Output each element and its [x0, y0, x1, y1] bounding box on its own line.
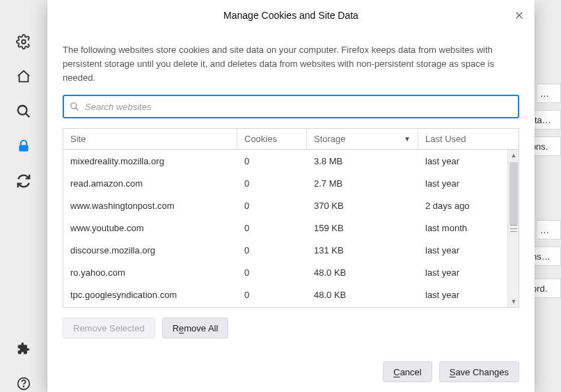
cell-last: last month	[418, 223, 507, 233]
sync-icon[interactable]	[15, 173, 32, 189]
cell-last: last year	[418, 156, 507, 166]
remove-actions: Remove Selected Remove All	[63, 317, 519, 338]
site-data-table: Site Cookies Storage ▼ Last Used mixedre…	[63, 128, 519, 308]
close-button[interactable]	[511, 7, 528, 24]
cell-storage: 131 KB	[307, 245, 418, 256]
remove-all-label: Remove All	[173, 323, 219, 334]
cell-storage: 2.7 MB	[307, 178, 418, 189]
cell-cookies: 0	[237, 290, 307, 300]
cell-cookies: 0	[237, 201, 307, 211]
scrollbar[interactable]: ▲ ▼	[507, 150, 519, 307]
cancel-button[interactable]: Cancel	[383, 361, 432, 382]
col-storage-label: Storage	[314, 134, 346, 144]
cell-cookies: 0	[237, 178, 307, 189]
svg-rect-3	[19, 145, 28, 151]
cancel-label: Cancel	[393, 367, 421, 377]
table-row[interactable]: ro.yahoo.com048.0 KBlast year	[63, 261, 507, 283]
dialog-header: Manage Cookies and Site Data	[47, 0, 535, 31]
sort-indicator-icon: ▼	[404, 135, 411, 143]
cell-storage: 48.0 KB	[307, 290, 418, 300]
help-icon[interactable]	[15, 375, 32, 392]
occluded-text: …	[537, 84, 561, 103]
cell-cookies: 0	[237, 245, 307, 256]
preferences-sidebar	[0, 0, 47, 392]
cell-storage: 370 KB	[307, 201, 418, 211]
table-body: mixedreality.mozilla.org03.8 MBlast year…	[63, 150, 507, 307]
col-cookies[interactable]: Cookies	[237, 129, 307, 149]
col-site-label: Site	[70, 134, 86, 144]
cell-cookies: 0	[237, 223, 307, 233]
search-field-wrapper	[63, 95, 519, 118]
save-label: Save Changes	[450, 367, 509, 377]
svg-point-0	[22, 40, 26, 44]
cell-last: 2 days ago	[418, 201, 507, 211]
table-row[interactable]: mixedreality.mozilla.org03.8 MBlast year	[63, 150, 507, 172]
cell-last: last year	[418, 290, 507, 300]
cell-storage: 48.0 KB	[307, 267, 418, 278]
home-icon[interactable]	[15, 68, 32, 85]
table-row[interactable]: www.youtube.com0159 KBlast month	[63, 217, 507, 239]
cell-site: www.washingtonpost.com	[63, 201, 237, 211]
search-input[interactable]	[63, 95, 519, 118]
occluded-text: ta…	[532, 110, 561, 130]
save-changes-button[interactable]: Save Changes	[439, 361, 519, 382]
cell-site: mixedreality.mozilla.org	[63, 156, 237, 166]
col-last-label: Last Used	[425, 134, 466, 144]
scroll-up-icon[interactable]: ▲	[508, 150, 519, 161]
table-row[interactable]: read.amazon.com02.7 MBlast year	[63, 172, 507, 194]
cell-site: discourse.mozilla.org	[63, 245, 237, 256]
general-icon[interactable]	[15, 33, 32, 50]
cell-last: last year	[418, 178, 507, 189]
table-row[interactable]: www.washingtonpost.com0370 KB2 days ago	[63, 194, 507, 217]
close-icon	[514, 10, 524, 20]
remove-selected-button[interactable]: Remove Selected	[63, 317, 155, 338]
table-row[interactable]: discourse.mozilla.org0131 KBlast year	[63, 239, 507, 261]
remove-all-button[interactable]: Remove All	[162, 317, 229, 338]
dialog-title: Manage Cookies and Site Data	[223, 10, 358, 21]
svg-point-1	[18, 106, 27, 115]
remove-selected-label: Remove Selected	[73, 323, 145, 334]
cell-storage: 3.8 MB	[307, 156, 418, 166]
cell-site: www.youtube.com	[63, 223, 237, 233]
cell-last: last year	[418, 245, 507, 256]
scroll-down-icon[interactable]: ▼	[508, 296, 519, 307]
cell-cookies: 0	[237, 156, 307, 166]
col-last-used[interactable]: Last Used	[418, 129, 519, 149]
cell-site: read.amazon.com	[63, 178, 237, 189]
privacy-icon[interactable]	[15, 138, 32, 155]
col-cookies-label: Cookies	[244, 134, 277, 144]
table-row[interactable]: tpc.googlesyndication.com048.0 KBlast ye…	[63, 283, 507, 306]
col-site[interactable]: Site	[63, 129, 237, 149]
dialog-description: The following websites store cookies and…	[63, 43, 519, 85]
addons-icon[interactable]	[15, 340, 32, 357]
cell-site: ro.yahoo.com	[63, 267, 237, 278]
cell-site: tpc.googlesyndication.com	[63, 290, 237, 300]
occluded-text: …	[537, 220, 561, 240]
manage-cookies-dialog: Manage Cookies and Site Data The followi…	[47, 0, 535, 392]
col-storage[interactable]: Storage ▼	[307, 129, 418, 149]
table-header: Site Cookies Storage ▼ Last Used	[63, 129, 519, 150]
svg-point-5	[24, 386, 24, 387]
scroll-thumb[interactable]	[509, 162, 518, 225]
svg-line-2	[26, 113, 30, 118]
scroll-grip-icon	[510, 225, 517, 232]
cell-last: last year	[418, 267, 507, 278]
dialog-actions: Cancel Save Changes	[63, 349, 519, 382]
cell-storage: 159 KB	[307, 223, 418, 233]
search-prefs-icon[interactable]	[15, 103, 32, 120]
cell-cookies: 0	[237, 267, 307, 278]
